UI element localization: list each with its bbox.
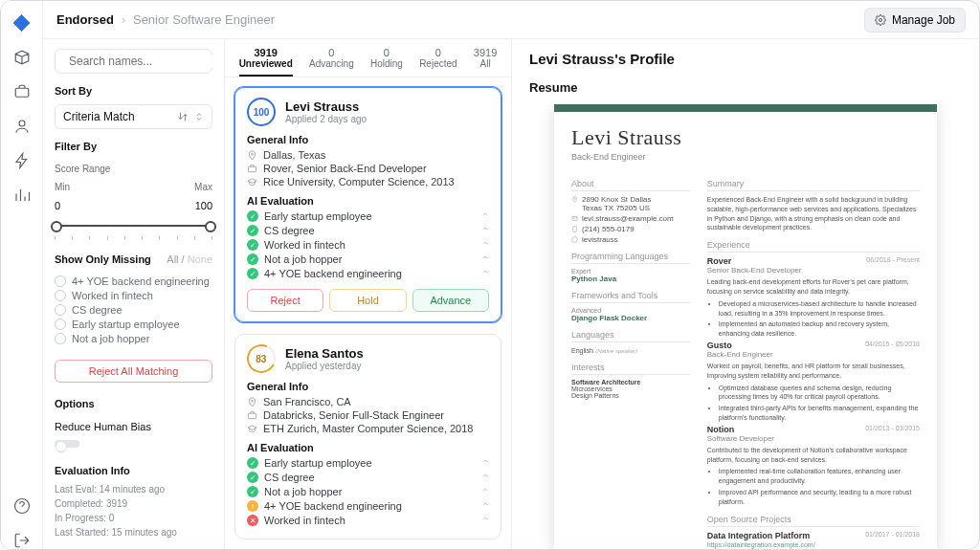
eval-criterion[interactable]: ✓4+ YOE backend engineering⌃ [247,268,489,279]
missing-all[interactable]: All [167,253,178,265]
svg-point-9 [574,198,575,199]
slider-thumb-min[interactable] [51,221,62,232]
status-icon: ✕ [247,515,258,526]
candidate-name: Levi Strauss [285,99,367,114]
chevron-icon: ⌃ [481,240,489,251]
max-label: Max [194,182,212,192]
status-icon: ! [247,500,258,512]
candidates-column: 3919Unreviewed0Advancing0Holding0Rejecte… [225,39,512,549]
missing-filter-item[interactable]: Worked in fintech [55,290,212,301]
sort-value: Criteria Match [63,110,135,123]
chevron-icon: ⌃ [481,473,489,483]
resume-job: Rover06/2018 - PresentSenior Back-End De… [707,256,920,339]
checkbox-icon [55,319,66,330]
status-icon: ✓ [247,253,258,265]
sort-by-label: Sort By [55,85,212,97]
chevron-icon: ⌃ [481,458,489,469]
chevron-icon: ⌃ [481,516,489,526]
missing-none[interactable]: None [188,253,212,265]
tab-advancing[interactable]: 0Advancing [309,47,354,77]
chevron-icon: ⌃ [481,487,489,497]
status-icon: ✓ [247,486,258,497]
eval-criterion[interactable]: ✕Worked in fintech⌃ [247,515,489,526]
eval-criterion[interactable]: ✓Early startup employee⌃ [247,457,489,469]
person-icon[interactable] [13,118,31,135]
breadcrumb-job[interactable]: Senior Software Engineer [133,12,275,27]
chevron-right-icon: › [122,13,125,27]
status-icon: ✓ [247,239,258,251]
advance-button[interactable]: Advance [412,289,489,312]
topbar: Endorsed › Senior Software Engineer Mana… [43,1,979,39]
eval-criterion[interactable]: ✓Early startup employee⌃ [247,210,489,222]
status-icon: ✓ [247,457,258,469]
eval-criterion[interactable]: ✓Not a job hopper⌃ [247,253,489,265]
profile-title: Levi Strauss's Profile [529,51,962,67]
missing-filter-item[interactable]: Not a job hopper [55,333,212,344]
status-tabs: 3919Unreviewed0Advancing0Holding0Rejecte… [225,39,511,77]
chevron-icon: ⌃ [481,254,489,265]
box-icon[interactable] [13,49,31,66]
tab-rejected[interactable]: 0Rejected [419,47,457,77]
help-icon[interactable] [13,497,31,515]
svg-rect-10 [572,216,577,220]
manage-job-button[interactable]: Manage Job [864,8,966,33]
eval-criterion[interactable]: ✓Not a job hopper⌃ [247,486,489,497]
chevron-icon: ⌃ [481,501,489,512]
current-role-row: Databricks, Senior Full-Stack Engineer [247,409,489,421]
eval-criterion[interactable]: !4+ YOE backend engineering⌃ [247,500,489,512]
briefcase-icon[interactable] [13,83,31,100]
status-icon: ✓ [247,225,258,236]
location-row: San Francisco, CA [247,396,489,407]
lightning-icon[interactable] [13,152,31,169]
svg-rect-8 [248,413,256,419]
breadcrumb-root[interactable]: Endorsed [56,12,114,27]
min-value: 0 [55,200,60,211]
reject-all-button[interactable]: Reject All Matching [55,360,212,383]
eval-criterion[interactable]: ✓Worked in fintech⌃ [247,239,489,251]
status-icon: ✓ [247,210,258,222]
resume-section-label: Resume [529,80,962,95]
filter-by-label: Filter By [55,141,212,152]
reject-button[interactable]: Reject [247,289,323,312]
resume-job: Notion01/2013 - 03/2015Software Develope… [707,425,920,507]
evaluation-info: Evaluation Info Last Eval: 14 minutes ag… [55,463,212,540]
candidate-name: Elena Santos [285,346,364,361]
filters-sidebar: Sort By Criteria Match Filter By Score R… [43,39,225,549]
analytics-icon[interactable] [13,187,31,204]
eval-criterion[interactable]: ✓CS degree⌃ [247,472,489,483]
checkbox-icon [55,304,66,316]
search-input[interactable] [69,55,212,68]
eval-criterion[interactable]: ✓CS degree⌃ [247,225,489,236]
chevron-icon: ⌃ [481,226,489,236]
missing-filter-item[interactable]: Early startup employee [55,319,212,330]
score-slider[interactable] [55,225,212,227]
candidate-card[interactable]: 100Levi StraussApplied 2 days agoGeneral… [234,87,501,322]
applied-time: Applied yesterday [285,361,364,371]
candidate-card[interactable]: 83Elena SantosApplied yesterdayGeneral I… [234,334,501,539]
sort-icon [177,111,189,122]
gear-icon [875,14,886,26]
status-icon: ✓ [247,472,258,483]
slider-thumb-max[interactable] [205,221,216,232]
tab-all[interactable]: 3919All [474,47,497,77]
sort-select[interactable]: Criteria Match [55,104,212,129]
education-row: Rice University, Computer Science, 2013 [247,176,489,187]
chevron-updown-icon [194,112,204,121]
score-ring: 83 [243,341,279,377]
tab-holding[interactable]: 0Holding [370,47,403,77]
education-row: ETH Zurich, Master Computer Science, 201… [247,423,489,434]
applied-time: Applied 2 days ago [285,114,367,124]
tab-unreviewed[interactable]: 3919Unreviewed [239,47,293,77]
missing-filter-item[interactable]: CS degree [55,304,212,316]
manage-job-label: Manage Job [892,13,955,27]
resume-document: Levi Strauss Back-End Engineer About 289… [554,104,937,549]
search-input-wrap[interactable] [55,49,212,74]
checkbox-icon [55,333,66,344]
min-label: Min [55,182,70,192]
reduce-bias-toggle[interactable] [55,440,79,447]
reduce-bias-label: Reduce Human Bias [55,421,151,432]
svg-point-12 [572,237,578,243]
missing-filter-item[interactable]: 4+ YOE backend engineering [55,275,212,287]
logout-icon[interactable] [13,532,31,549]
hold-button[interactable]: Hold [329,289,406,312]
